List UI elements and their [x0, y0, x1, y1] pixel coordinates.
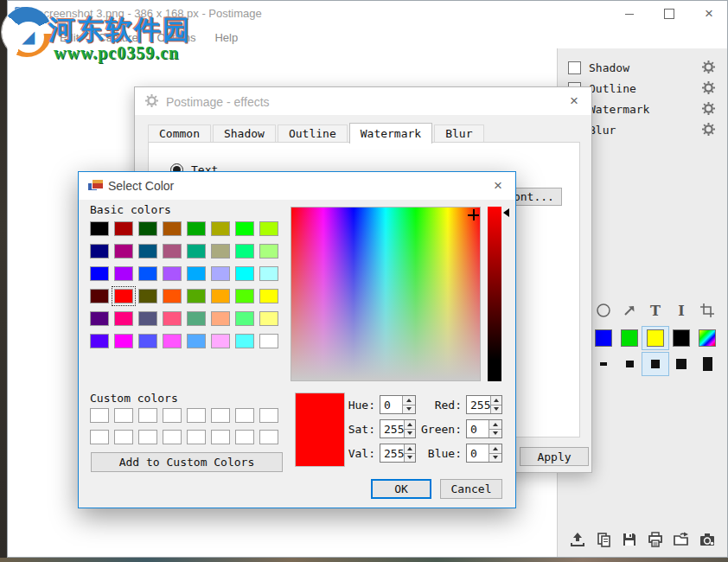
- palette-swatch[interactable]: [591, 327, 616, 349]
- color-dialog-titlebar[interactable]: Select Color: [79, 172, 515, 200]
- custom-color-swatch[interactable]: [90, 408, 109, 423]
- add-to-custom-colors-button[interactable]: Add to Custom Colors: [91, 452, 283, 472]
- custom-color-swatch[interactable]: [259, 430, 278, 444]
- custom-color-swatch[interactable]: [187, 408, 206, 423]
- basic-color-swatch[interactable]: [114, 266, 133, 281]
- spin-up-button[interactable]: [489, 420, 501, 430]
- basic-color-swatch[interactable]: [259, 266, 278, 281]
- spin-down-button[interactable]: [489, 430, 501, 438]
- gear-icon[interactable]: [702, 81, 715, 94]
- open-folder-icon[interactable]: [668, 528, 694, 551]
- line-tool-icon[interactable]: I: [668, 300, 694, 321]
- copy-icon[interactable]: [591, 528, 616, 551]
- effects-dialog-titlebar[interactable]: Postimage - effects: [135, 87, 591, 115]
- basic-color-swatch[interactable]: [138, 266, 157, 281]
- cancel-button[interactable]: Cancel: [440, 479, 502, 499]
- upload-icon[interactable]: [565, 528, 591, 551]
- basic-color-swatch[interactable]: [90, 334, 109, 348]
- custom-color-swatch[interactable]: [114, 430, 133, 444]
- basic-color-swatch[interactable]: [138, 289, 157, 303]
- ok-button[interactable]: OK: [371, 479, 431, 499]
- custom-color-swatch[interactable]: [138, 408, 157, 423]
- basic-color-swatch[interactable]: [187, 311, 206, 326]
- basic-color-swatch[interactable]: [138, 244, 157, 259]
- minimize-button[interactable]: [616, 6, 642, 22]
- basic-color-swatch[interactable]: [187, 334, 206, 348]
- basic-color-swatch[interactable]: [187, 221, 206, 236]
- value-slider[interactable]: [488, 207, 501, 381]
- basic-color-swatch[interactable]: [211, 289, 230, 303]
- crop-tool-icon[interactable]: [694, 300, 720, 321]
- basic-color-swatch[interactable]: [187, 266, 206, 281]
- custom-color-swatch[interactable]: [90, 430, 109, 444]
- basic-color-swatch[interactable]: [90, 311, 109, 326]
- effects-tab[interactable]: Shadow: [213, 125, 276, 143]
- basic-color-swatch[interactable]: [138, 311, 157, 326]
- menu-item[interactable]: Help: [205, 31, 247, 44]
- custom-color-swatch[interactable]: [211, 408, 230, 423]
- basic-color-swatch[interactable]: [259, 289, 278, 303]
- save-icon[interactable]: [616, 528, 642, 551]
- basic-color-swatch[interactable]: [114, 289, 133, 303]
- basic-color-swatch[interactable]: [235, 311, 254, 326]
- spin-up-button[interactable]: [489, 444, 501, 454]
- effects-tab[interactable]: Watermark: [349, 123, 432, 144]
- gear-icon[interactable]: [702, 102, 715, 115]
- menu-item[interactable]: Capture: [88, 31, 147, 44]
- menu-item[interactable]: File: [13, 31, 50, 44]
- basic-color-swatch[interactable]: [90, 244, 109, 259]
- close-icon[interactable]: [565, 93, 583, 111]
- gear-icon[interactable]: [702, 61, 715, 73]
- basic-color-swatch[interactable]: [114, 221, 133, 236]
- basic-color-swatch[interactable]: [114, 244, 133, 259]
- basic-color-swatch[interactable]: [163, 334, 182, 348]
- number-input[interactable]: 255: [380, 419, 416, 438]
- basic-color-swatch[interactable]: [235, 221, 254, 236]
- basic-color-swatch[interactable]: [187, 244, 206, 259]
- effects-tab[interactable]: Common: [148, 125, 211, 143]
- basic-color-swatch[interactable]: [163, 266, 182, 281]
- basic-color-swatch[interactable]: [211, 334, 230, 348]
- basic-color-swatch[interactable]: [211, 266, 230, 281]
- gear-icon[interactable]: [702, 123, 715, 136]
- basic-color-swatch[interactable]: [90, 289, 109, 303]
- number-input[interactable]: 0: [380, 395, 416, 414]
- line-width-option[interactable]: [642, 353, 668, 375]
- spin-up-button[interactable]: [403, 396, 415, 406]
- spin-down-button[interactable]: [403, 406, 415, 414]
- line-width-option[interactable]: [694, 353, 720, 375]
- custom-color-swatch[interactable]: [163, 430, 182, 444]
- custom-color-swatch[interactable]: [138, 430, 157, 444]
- number-input[interactable]: 0: [466, 444, 502, 463]
- line-width-option[interactable]: [591, 353, 616, 375]
- palette-swatch[interactable]: [694, 327, 720, 349]
- basic-color-swatch[interactable]: [259, 244, 278, 259]
- custom-color-swatch[interactable]: [235, 408, 254, 423]
- basic-color-swatch[interactable]: [114, 334, 133, 348]
- basic-color-swatch[interactable]: [211, 244, 230, 259]
- basic-color-swatch[interactable]: [138, 221, 157, 236]
- basic-color-swatch[interactable]: [163, 221, 182, 236]
- hue-saturation-picker[interactable]: [291, 207, 481, 381]
- basic-color-swatch[interactable]: [163, 289, 182, 303]
- basic-color-swatch[interactable]: [187, 289, 206, 303]
- palette-swatch[interactable]: [642, 327, 668, 349]
- spin-down-button[interactable]: [489, 454, 501, 463]
- basic-color-swatch[interactable]: [138, 334, 157, 348]
- effects-tab[interactable]: Outline: [278, 125, 348, 143]
- custom-color-swatch[interactable]: [211, 430, 230, 444]
- effects-tab[interactable]: Blur: [434, 125, 483, 143]
- apply-button[interactable]: Apply: [520, 447, 589, 466]
- menu-item[interactable]: Edit: [50, 31, 88, 44]
- basic-color-swatch[interactable]: [114, 311, 133, 326]
- line-width-option[interactable]: [616, 353, 642, 375]
- number-input[interactable]: 255: [380, 444, 416, 463]
- close-icon[interactable]: [489, 178, 507, 195]
- effect-checkbox[interactable]: [568, 61, 581, 74]
- camera-icon[interactable]: [694, 528, 720, 551]
- palette-swatch[interactable]: [616, 327, 642, 349]
- basic-color-swatch[interactable]: [259, 334, 278, 348]
- basic-color-swatch[interactable]: [259, 221, 278, 236]
- menu-item[interactable]: Options: [148, 31, 206, 44]
- basic-color-swatch[interactable]: [235, 289, 254, 303]
